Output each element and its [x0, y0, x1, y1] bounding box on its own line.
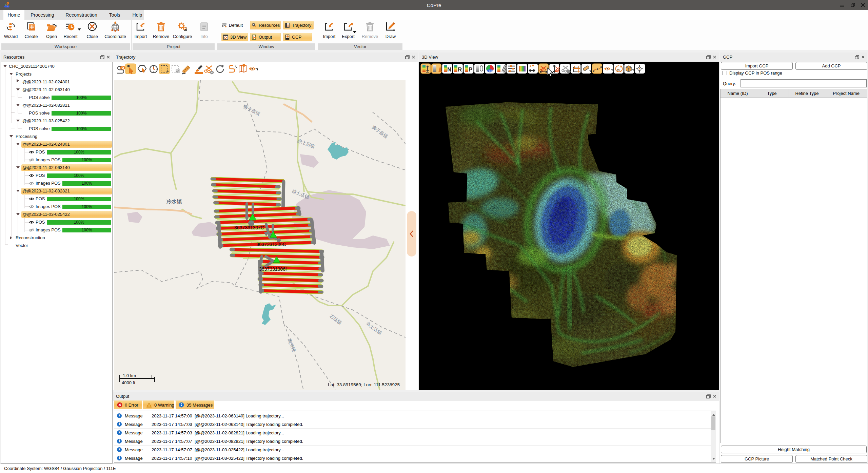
svg-text:1.0 km: 1.0 km	[123, 373, 136, 378]
svg-text:3637331307C: 3637331307C	[234, 225, 264, 230]
svg-text:4000 ft: 4000 ft	[122, 380, 135, 385]
svg-text:3637331306I: 3637331306I	[259, 266, 287, 272]
svg-text:RGB: RGB	[489, 70, 493, 72]
svg-text:3637331306C: 3637331306C	[256, 242, 286, 247]
svg-text:Lat: 33.8919569; Lon: 111.5238: Lat: 33.8919569; Lon: 111.5238925	[328, 382, 400, 387]
svg-text:冷水镇: 冷水镇	[166, 199, 182, 204]
svg-text:P: P	[469, 66, 472, 73]
svg-text:R: R	[458, 66, 462, 73]
svg-text:N: N	[447, 66, 451, 73]
svg-text:3D: 3D	[617, 68, 620, 71]
